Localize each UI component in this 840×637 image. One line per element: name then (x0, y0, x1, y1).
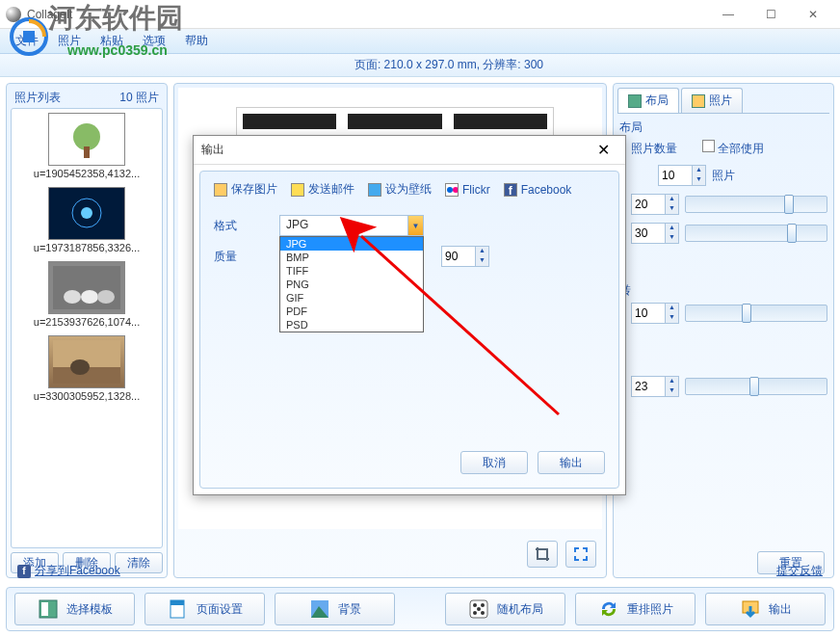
tab-photo[interactable]: 照片 (681, 88, 743, 113)
count-stepper[interactable]: ▲▼ (658, 165, 706, 186)
svg-point-23 (481, 603, 485, 607)
rearrange-button[interactable]: 重排照片 (575, 593, 696, 625)
dlg-tab-wallpaper[interactable]: 设为壁纸 (368, 181, 432, 198)
dice-icon (468, 598, 489, 620)
photo-count-label: 照片数量 (631, 141, 677, 157)
bottom-toolbar: 选择模板 页面设置 背景 随机布局 重排照片 输出 (6, 587, 834, 631)
section-rotate-label: 转 (619, 282, 827, 299)
maximize-button[interactable]: ☐ (749, 1, 792, 28)
save-image-icon (214, 183, 227, 197)
infobar: 页面: 210.0 x 297.0 mm, 分辨率: 300 (0, 54, 840, 77)
format-label: 格式 (214, 218, 262, 234)
menu-help[interactable]: 帮助 (177, 31, 216, 51)
format-option[interactable]: TIFF (280, 264, 423, 278)
quality-label: 质量 (214, 249, 262, 265)
menu-file[interactable]: 文件 (8, 31, 46, 51)
mail-icon (291, 183, 304, 197)
section-layout-label: 布局 (619, 119, 827, 136)
format-combobox[interactable]: JPG ▼ JPG BMP TIFF PNG GIF PDF PSD (279, 215, 424, 236)
svg-point-11 (97, 290, 115, 304)
app-title: CollageIt (27, 8, 707, 21)
page-info: 页面: 210.0 x 297.0 mm, 分辨率: 300 (354, 57, 543, 73)
spacing-stepper[interactable]: ▲▼ (631, 194, 679, 215)
clear-button[interactable]: 清除 (115, 552, 163, 573)
list-item[interactable]: u=1905452358,4132... (15, 113, 158, 179)
cancel-button[interactable]: 取消 (460, 451, 528, 474)
menu-edit[interactable]: 粘贴 (92, 31, 131, 51)
chevron-down-icon[interactable]: ▼ (407, 216, 423, 235)
thumbnail-list[interactable]: u=1905452358,4132... u=1973187856,3326..… (11, 108, 163, 548)
menubar: 文件 照片 粘贴 选项 帮助 (0, 29, 840, 54)
page-icon (168, 598, 189, 620)
export-icon (740, 598, 761, 620)
thumb-caption: u=3300305952,1328... (15, 390, 158, 402)
quality-stepper[interactable]: ▲▼ (441, 246, 489, 267)
menu-photo[interactable]: 照片 (50, 31, 89, 51)
other-stepper[interactable]: ▲▼ (631, 376, 679, 397)
page-setup-button[interactable]: 页面设置 (144, 593, 265, 625)
spacing-slider[interactable] (685, 196, 827, 213)
list-item[interactable]: u=2153937626,1074... (15, 261, 158, 328)
fit-button[interactable] (565, 541, 596, 568)
feedback-link[interactable]: 提交反馈 (776, 564, 823, 577)
dialog-close-button[interactable]: ✕ (589, 141, 617, 159)
rotate-stepper[interactable]: ▲▼ (631, 303, 679, 324)
svg-point-29 (453, 187, 458, 193)
dlg-tab-mail[interactable]: 发送邮件 (291, 181, 354, 198)
format-option[interactable]: GIF (280, 291, 423, 305)
svg-point-28 (447, 187, 453, 193)
menu-options[interactable]: 选项 (135, 31, 173, 51)
background-button[interactable]: 背景 (275, 593, 395, 625)
svg-point-24 (477, 607, 481, 611)
output-confirm-button[interactable]: 输出 (538, 451, 605, 474)
dlg-tab-save[interactable]: 保存图片 (214, 181, 277, 198)
thumb-caption: u=1905452358,4132... (15, 168, 158, 179)
list-item[interactable]: u=1973187856,3326... (15, 187, 158, 253)
format-option[interactable]: PDF (280, 305, 423, 318)
right-panel: 布局 照片 布局 照片数量 全部使用 ▲▼ 照片 ▲▼ ▲▼ 转 (613, 83, 834, 578)
photo-list-label: 照片列表 (14, 90, 61, 106)
minimize-button[interactable]: — (707, 1, 749, 28)
refresh-icon (598, 598, 619, 620)
svg-point-3 (73, 123, 100, 150)
svg-point-7 (81, 207, 92, 219)
margin-stepper[interactable]: ▲▼ (631, 223, 679, 244)
titlebar: CollageIt — ☐ ✕ (0, 0, 840, 29)
app-icon (6, 7, 21, 22)
dlg-tab-flickr[interactable]: Flickr (445, 181, 490, 198)
photo-icon (692, 94, 705, 108)
format-dropdown: JPG BMP TIFF PNG GIF PDF PSD (279, 236, 424, 332)
bg-icon (309, 598, 330, 620)
svg-point-25 (473, 611, 477, 615)
format-option[interactable]: BMP (280, 251, 423, 264)
output-button[interactable]: 输出 (705, 593, 826, 625)
random-layout-button[interactable]: 随机布局 (445, 593, 565, 625)
photo-count: 10 照片 (119, 90, 159, 106)
share-facebook-link[interactable]: 分享到Facebook (35, 563, 120, 579)
facebook-icon: f (17, 565, 31, 578)
tab-layout[interactable]: 布局 (617, 88, 679, 113)
svg-point-10 (81, 290, 98, 304)
list-item[interactable]: u=3300305952,1328... (15, 335, 158, 402)
rotate-slider[interactable] (685, 305, 827, 322)
format-option[interactable]: JPG (280, 237, 423, 251)
close-button[interactable]: ✕ (792, 1, 834, 28)
template-button[interactable]: 选择模板 (14, 593, 135, 625)
format-option[interactable]: PSD (280, 318, 423, 332)
template-icon (38, 598, 59, 620)
format-option[interactable]: PNG (280, 278, 423, 291)
use-all-checkbox[interactable] (702, 140, 715, 152)
layout-icon (628, 94, 642, 108)
svg-point-9 (64, 290, 81, 304)
margin-slider[interactable] (685, 225, 827, 242)
crop-button[interactable] (527, 541, 558, 568)
wallpaper-icon (368, 183, 381, 197)
thumb-caption: u=1973187856,3326... (15, 242, 158, 253)
facebook-icon: f (504, 183, 517, 197)
svg-rect-16 (41, 602, 48, 616)
output-dialog: 输出 ✕ 保存图片 发送邮件 设为壁纸 Flickr fFacebook 格式 … (193, 135, 626, 495)
svg-point-22 (473, 603, 477, 607)
other-slider[interactable] (685, 378, 827, 395)
svg-rect-18 (171, 600, 184, 605)
dlg-tab-facebook[interactable]: fFacebook (504, 181, 572, 198)
